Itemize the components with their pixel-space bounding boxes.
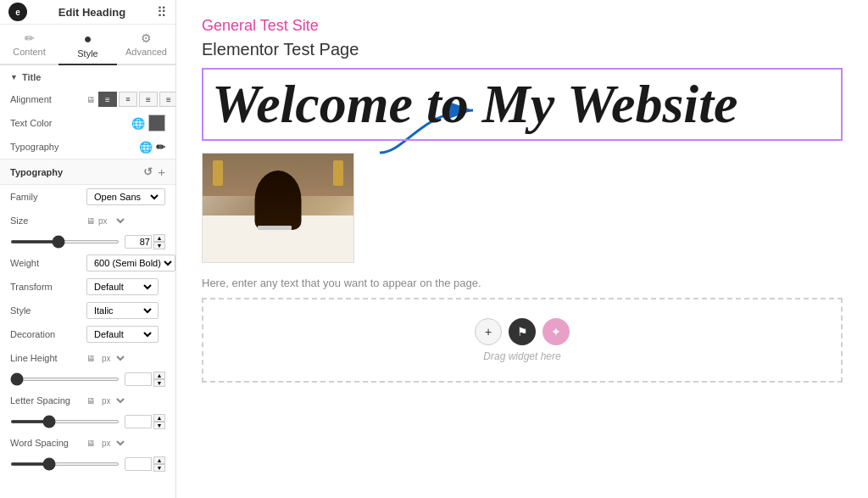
style-tab-icon: ● (84, 31, 92, 47)
line-height-number: ▲ ▼ (125, 372, 165, 387)
globe-icon[interactable]: 🌐 (131, 117, 145, 130)
tab-style-label: Style (77, 48, 97, 59)
align-right-button[interactable]: ≡ (139, 92, 158, 107)
family-row: Family Open Sans Arial Helvetica (0, 185, 175, 209)
line-height-spin: ▲ ▼ (153, 372, 165, 387)
favorite-button[interactable]: ✦ (542, 318, 570, 345)
elementor-logo: e (8, 3, 27, 21)
panel-title: Edit Heading (58, 6, 125, 19)
transform-select-wrap: Default Uppercase Lowercase (86, 278, 159, 295)
content-section: Here, enter any text that you want to ap… (202, 153, 843, 289)
word-spacing-row: Word Spacing 🖥 px em (0, 431, 175, 455)
letter-spacing-slider[interactable] (10, 420, 120, 423)
ls-spin-down[interactable]: ▼ (153, 422, 165, 429)
line-height-slider[interactable] (10, 378, 120, 381)
tab-advanced[interactable]: ⚙ Advanced (117, 25, 175, 64)
size-slider-row: ▲ ▼ (0, 232, 175, 251)
typography-globe-icon[interactable]: 🌐 (139, 141, 153, 154)
word-spacing-input[interactable] (125, 457, 152, 471)
grid-icon[interactable]: ⠿ (157, 4, 167, 20)
text-color-row: Text Color 🌐 (0, 111, 175, 135)
drop-zone-buttons: + ⚑ ✦ (475, 318, 570, 345)
content-text: Here, enter any text that you want to ap… (202, 277, 843, 289)
transform-row: Transform Default Uppercase Lowercase (0, 275, 175, 299)
decoration-row: Decoration Default None Underline (0, 322, 175, 346)
typography-panel-header: Typography ↺ + (0, 159, 175, 185)
typography-panel-icons: ↺ + (143, 165, 165, 179)
ws-spin-up[interactable]: ▲ (153, 456, 165, 464)
size-unit-select[interactable]: px em rem (95, 215, 127, 227)
line-height-row: Line Height 🖥 px em (0, 346, 175, 370)
size-input[interactable] (125, 235, 152, 249)
lh-spin-up[interactable]: ▲ (153, 372, 165, 379)
typography-panel-label: Typography (10, 167, 63, 177)
style-select[interactable]: Italic Normal Oblique (91, 305, 154, 316)
ls-spin: ▲ ▼ (153, 414, 165, 429)
lamp-right (333, 160, 343, 186)
line-height-label: Line Height (10, 353, 86, 363)
family-select[interactable]: Open Sans Arial Helvetica (91, 191, 161, 203)
screen-ws-icon: 🖥 (86, 439, 95, 448)
add-widget-button[interactable]: + (475, 318, 502, 345)
family-select-wrap: Open Sans Arial Helvetica (86, 188, 165, 205)
letter-spacing-slider-row: ▲ ▼ (0, 412, 175, 431)
tab-content-label: Content (13, 47, 46, 57)
heading-text: Welcome to My Website (212, 75, 832, 134)
align-center-button[interactable]: ≡ (119, 92, 137, 107)
page-name: Elementor Test Page (202, 40, 843, 59)
style-select-wrap: Italic Normal Oblique (86, 302, 159, 319)
word-spacing-unit[interactable]: px em (98, 438, 127, 449)
color-swatch[interactable] (148, 115, 165, 131)
text-color-label: Text Color (10, 118, 86, 128)
ws-spin-down[interactable]: ▼ (153, 464, 165, 472)
heading-widget[interactable]: Welcome to My Website (202, 68, 843, 141)
drop-zone[interactable]: + ⚑ ✦ Drag widget here (202, 298, 843, 383)
alignment-controls: 🖥 ≡ ≡ ≡ ≡ (86, 92, 176, 107)
align-left-button[interactable]: ≡ (98, 92, 117, 107)
line-height-input[interactable] (125, 372, 152, 386)
drop-zone-text: Drag widget here (483, 350, 560, 362)
typography-pencil-icon[interactable]: ✏ (156, 141, 165, 154)
transform-select[interactable]: Default Uppercase Lowercase (91, 281, 154, 293)
tab-style[interactable]: ● Style (58, 25, 117, 65)
weight-row: Weight 600 (Semi Bold) 400 (Regular) 700… (0, 251, 175, 275)
tab-content[interactable]: ✏ Content (0, 25, 58, 64)
size-slider[interactable] (10, 240, 120, 243)
decoration-label: Decoration (10, 329, 86, 339)
letter-spacing-number: ▲ ▼ (125, 414, 165, 429)
screen-ls-icon: 🖥 (86, 396, 95, 406)
add-icon[interactable]: + (158, 165, 165, 179)
size-spin-up[interactable]: ▲ (153, 234, 165, 242)
typography-panel: Typography ↺ + Family Open Sans Arial He… (0, 159, 175, 473)
title-section-header[interactable]: ▼ Title (0, 65, 175, 87)
line-height-slider-row: ▲ ▼ (0, 370, 175, 389)
person-body (255, 171, 302, 230)
reset-icon[interactable]: ↺ (143, 165, 153, 178)
decoration-select[interactable]: Default None Underline (91, 328, 154, 340)
alignment-label: Alignment (10, 94, 86, 104)
align-justify-button[interactable]: ≡ (159, 92, 176, 107)
left-panel: e Edit Heading ⠿ ✏ Content ● Style ⚙ Adv… (0, 0, 176, 498)
size-row: Size 🖥 px em rem (0, 209, 175, 232)
size-spin-down[interactable]: ▼ (153, 242, 165, 249)
letter-spacing-unit[interactable]: px em (98, 395, 127, 406)
screen-size-icon: 🖥 (86, 216, 95, 226)
family-label: Family (10, 192, 86, 202)
lamp-left (213, 160, 223, 186)
content-tab-icon: ✏ (25, 31, 35, 45)
letter-spacing-input[interactable] (125, 415, 152, 428)
ls-spin-up[interactable]: ▲ (153, 414, 165, 422)
word-spacing-label: Word Spacing (10, 438, 86, 448)
style-row: Style Italic Normal Oblique (0, 299, 175, 322)
template-button[interactable]: ⚑ (509, 318, 536, 345)
main-content: General Test Site Elementor Test Page We… (176, 0, 868, 498)
size-label: Size (10, 215, 86, 226)
weight-select[interactable]: 600 (Semi Bold) 400 (Regular) 700 (Bold) (91, 257, 175, 269)
title-section-label: Title (22, 72, 41, 82)
line-height-unit[interactable]: px em (98, 353, 127, 364)
screen-lineheight-icon: 🖥 (86, 354, 95, 363)
advanced-tab-icon: ⚙ (141, 31, 152, 45)
lh-spin-down[interactable]: ▼ (153, 379, 165, 387)
screen-icon-align: 🖥 (86, 95, 95, 104)
word-spacing-slider[interactable] (10, 462, 120, 466)
